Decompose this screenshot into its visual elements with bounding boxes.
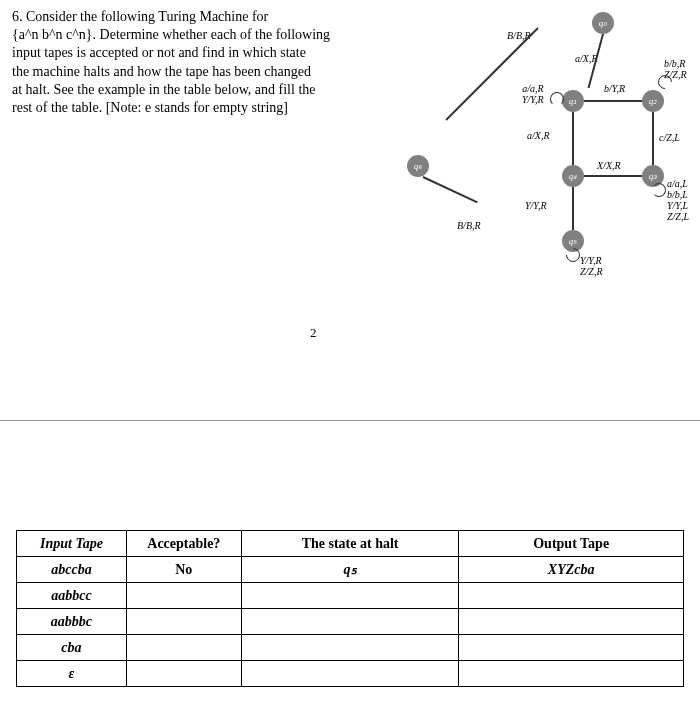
cell-accept[interactable]: [126, 609, 241, 635]
state-q4: q₄: [562, 165, 584, 187]
th-state: The state at halt: [241, 531, 459, 557]
arrow-q2-q3: [652, 112, 654, 165]
trans-q2-loop-a: b/b,R: [664, 58, 687, 69]
table-row: aabbbc: [17, 609, 684, 635]
trans-xxr: X/X,R: [597, 160, 621, 171]
cell-input: abccba: [17, 557, 127, 583]
trans-czl: c/Z,L: [659, 132, 680, 143]
question-line5: at halt. See the example in the table be…: [12, 82, 316, 97]
trans-q1-loop-a: a/a,R: [522, 83, 544, 94]
cell-output[interactable]: [459, 661, 684, 687]
question-line3: input tapes is accepted or not and find …: [12, 45, 306, 60]
state-q6: q₆: [407, 155, 429, 177]
question-line2: {a^n b^n c^n}. Determine whether each of…: [12, 27, 330, 42]
trans-q3-loop-a: a/a,L: [667, 178, 689, 189]
cell-output[interactable]: [459, 609, 684, 635]
trans-q1-loop-b: Y/Y,R: [522, 94, 544, 105]
trans-q3-loop-b: b/b,L: [667, 189, 689, 200]
horizontal-rule: [0, 420, 700, 421]
loop-q3: [652, 183, 666, 197]
table-row: ε: [17, 661, 684, 687]
cell-state[interactable]: [241, 583, 459, 609]
cell-output[interactable]: [459, 583, 684, 609]
table-row: cba: [17, 635, 684, 661]
trans-byr: b/Y,R: [604, 83, 625, 94]
cell-accept[interactable]: [126, 583, 241, 609]
table-row: abccba No q₅ XYZcba: [17, 557, 684, 583]
question-line6: rest of the table. [Note: e stands for e…: [12, 100, 288, 115]
arrow-q5-q6: [423, 176, 478, 203]
trans-q3-loop-d: Z/Z,L: [667, 211, 689, 222]
trans-q5-loop-a: Y/Y,R: [580, 255, 603, 266]
cell-state[interactable]: [241, 635, 459, 661]
question-line4: the machine halts and how the tape has b…: [12, 64, 311, 79]
cell-state: q₅: [241, 557, 459, 583]
trans-q5-loop: Y/Y,R Z/Z,R: [580, 255, 603, 277]
arrow-q1-q2: [584, 100, 642, 102]
arrow-q0-q6: [445, 27, 538, 120]
cell-accept[interactable]: [126, 635, 241, 661]
trans-q3-loop-c: Y/Y,L: [667, 200, 689, 211]
trans-bbr-bot: B/B,R: [457, 220, 481, 231]
answer-table: Input Tape Acceptable? The state at halt…: [16, 530, 684, 687]
question-text: 6. Consider the following Turing Machine…: [0, 0, 420, 125]
question-line1: Consider the following Turing Machine fo…: [26, 9, 268, 24]
table-row: aabbcc: [17, 583, 684, 609]
cell-output: XYZcba: [459, 557, 684, 583]
arrow-q4-q5: [572, 187, 574, 230]
question-number: 6.: [12, 9, 23, 24]
cell-input: aabbcc: [17, 583, 127, 609]
state-q2: q₂: [642, 90, 664, 112]
turing-machine-diagram: q₀ q₁ q₂ q₃ q₄ q₅ q₆ B/B,R a/X,R a/a,R Y…: [412, 0, 692, 280]
loop-q1: [550, 92, 564, 106]
cell-input: aabbbc: [17, 609, 127, 635]
th-accept: Acceptable?: [126, 531, 241, 557]
state-q1: q₁: [562, 90, 584, 112]
cell-input: ε: [17, 661, 127, 687]
cell-input: cba: [17, 635, 127, 661]
cell-accept[interactable]: [126, 661, 241, 687]
cell-output[interactable]: [459, 635, 684, 661]
th-input: Input Tape: [17, 531, 127, 557]
trans-axr-mid: a/X,R: [527, 130, 550, 141]
trans-q3-loop: a/a,L b/b,L Y/Y,L Z/Z,L: [667, 178, 689, 222]
cell-state[interactable]: [241, 609, 459, 635]
trans-q1-loop: a/a,R Y/Y,R: [522, 83, 544, 105]
arrow-q4-q1: [572, 112, 574, 165]
arrow-q3-q4: [584, 175, 642, 177]
trans-q5-loop-b: Z/Z,R: [580, 266, 603, 277]
cell-accept: No: [126, 557, 241, 583]
state-q0: q₀: [592, 12, 614, 34]
th-output: Output Tape: [459, 531, 684, 557]
trans-yyr-mid: Y/Y,R: [525, 200, 547, 211]
cell-state[interactable]: [241, 661, 459, 687]
page-number: 2: [310, 325, 317, 341]
